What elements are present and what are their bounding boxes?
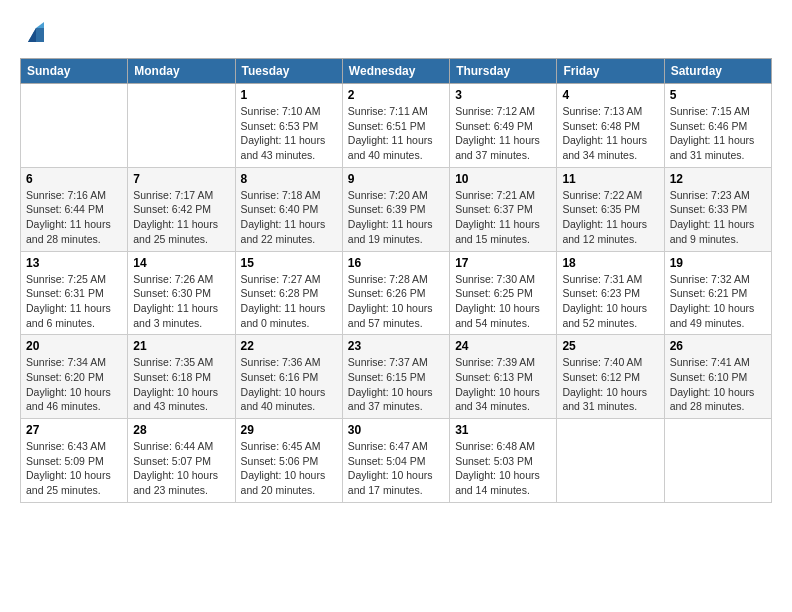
- calendar-week-row: 20Sunrise: 7:34 AM Sunset: 6:20 PM Dayli…: [21, 335, 772, 419]
- calendar-cell: 9Sunrise: 7:20 AM Sunset: 6:39 PM Daylig…: [342, 167, 449, 251]
- calendar-cell: 20Sunrise: 7:34 AM Sunset: 6:20 PM Dayli…: [21, 335, 128, 419]
- day-info: Sunrise: 6:47 AM Sunset: 5:04 PM Dayligh…: [348, 439, 444, 498]
- weekday-header: Friday: [557, 59, 664, 84]
- calendar-cell: 3Sunrise: 7:12 AM Sunset: 6:49 PM Daylig…: [450, 84, 557, 168]
- calendar-cell: 18Sunrise: 7:31 AM Sunset: 6:23 PM Dayli…: [557, 251, 664, 335]
- calendar-cell: 24Sunrise: 7:39 AM Sunset: 6:13 PM Dayli…: [450, 335, 557, 419]
- day-info: Sunrise: 7:17 AM Sunset: 6:42 PM Dayligh…: [133, 188, 229, 247]
- weekday-header: Saturday: [664, 59, 771, 84]
- day-number: 5: [670, 88, 766, 102]
- calendar-cell: 23Sunrise: 7:37 AM Sunset: 6:15 PM Dayli…: [342, 335, 449, 419]
- calendar-cell: 31Sunrise: 6:48 AM Sunset: 5:03 PM Dayli…: [450, 419, 557, 503]
- day-info: Sunrise: 7:32 AM Sunset: 6:21 PM Dayligh…: [670, 272, 766, 331]
- day-number: 29: [241, 423, 337, 437]
- calendar-cell: 8Sunrise: 7:18 AM Sunset: 6:40 PM Daylig…: [235, 167, 342, 251]
- calendar-cell: 10Sunrise: 7:21 AM Sunset: 6:37 PM Dayli…: [450, 167, 557, 251]
- calendar-cell: 5Sunrise: 7:15 AM Sunset: 6:46 PM Daylig…: [664, 84, 771, 168]
- day-number: 28: [133, 423, 229, 437]
- calendar-cell: 16Sunrise: 7:28 AM Sunset: 6:26 PM Dayli…: [342, 251, 449, 335]
- day-number: 16: [348, 256, 444, 270]
- calendar-cell: 29Sunrise: 6:45 AM Sunset: 5:06 PM Dayli…: [235, 419, 342, 503]
- day-info: Sunrise: 7:40 AM Sunset: 6:12 PM Dayligh…: [562, 355, 658, 414]
- day-info: Sunrise: 7:25 AM Sunset: 6:31 PM Dayligh…: [26, 272, 122, 331]
- day-number: 15: [241, 256, 337, 270]
- day-info: Sunrise: 7:27 AM Sunset: 6:28 PM Dayligh…: [241, 272, 337, 331]
- day-info: Sunrise: 7:16 AM Sunset: 6:44 PM Dayligh…: [26, 188, 122, 247]
- calendar-cell: 17Sunrise: 7:30 AM Sunset: 6:25 PM Dayli…: [450, 251, 557, 335]
- calendar-week-row: 13Sunrise: 7:25 AM Sunset: 6:31 PM Dayli…: [21, 251, 772, 335]
- calendar-cell: 15Sunrise: 7:27 AM Sunset: 6:28 PM Dayli…: [235, 251, 342, 335]
- calendar-cell: 13Sunrise: 7:25 AM Sunset: 6:31 PM Dayli…: [21, 251, 128, 335]
- day-info: Sunrise: 7:22 AM Sunset: 6:35 PM Dayligh…: [562, 188, 658, 247]
- day-number: 27: [26, 423, 122, 437]
- calendar-cell: [21, 84, 128, 168]
- page-header: [20, 20, 772, 48]
- day-number: 17: [455, 256, 551, 270]
- calendar-week-row: 27Sunrise: 6:43 AM Sunset: 5:09 PM Dayli…: [21, 419, 772, 503]
- day-number: 7: [133, 172, 229, 186]
- day-info: Sunrise: 7:20 AM Sunset: 6:39 PM Dayligh…: [348, 188, 444, 247]
- calendar-cell: 1Sunrise: 7:10 AM Sunset: 6:53 PM Daylig…: [235, 84, 342, 168]
- day-number: 2: [348, 88, 444, 102]
- day-number: 10: [455, 172, 551, 186]
- day-number: 24: [455, 339, 551, 353]
- day-number: 26: [670, 339, 766, 353]
- calendar-cell: 14Sunrise: 7:26 AM Sunset: 6:30 PM Dayli…: [128, 251, 235, 335]
- logo-icon: [22, 20, 50, 48]
- day-number: 3: [455, 88, 551, 102]
- day-info: Sunrise: 6:45 AM Sunset: 5:06 PM Dayligh…: [241, 439, 337, 498]
- day-info: Sunrise: 7:39 AM Sunset: 6:13 PM Dayligh…: [455, 355, 551, 414]
- day-number: 8: [241, 172, 337, 186]
- day-info: Sunrise: 7:35 AM Sunset: 6:18 PM Dayligh…: [133, 355, 229, 414]
- day-info: Sunrise: 7:37 AM Sunset: 6:15 PM Dayligh…: [348, 355, 444, 414]
- day-number: 1: [241, 88, 337, 102]
- day-number: 19: [670, 256, 766, 270]
- calendar-cell: 7Sunrise: 7:17 AM Sunset: 6:42 PM Daylig…: [128, 167, 235, 251]
- day-number: 25: [562, 339, 658, 353]
- day-info: Sunrise: 7:21 AM Sunset: 6:37 PM Dayligh…: [455, 188, 551, 247]
- weekday-header: Thursday: [450, 59, 557, 84]
- weekday-header: Sunday: [21, 59, 128, 84]
- calendar-cell: [664, 419, 771, 503]
- calendar-cell: 19Sunrise: 7:32 AM Sunset: 6:21 PM Dayli…: [664, 251, 771, 335]
- logo: [20, 20, 50, 48]
- calendar-cell: [557, 419, 664, 503]
- day-number: 4: [562, 88, 658, 102]
- day-info: Sunrise: 6:48 AM Sunset: 5:03 PM Dayligh…: [455, 439, 551, 498]
- day-info: Sunrise: 7:28 AM Sunset: 6:26 PM Dayligh…: [348, 272, 444, 331]
- day-number: 13: [26, 256, 122, 270]
- day-info: Sunrise: 7:36 AM Sunset: 6:16 PM Dayligh…: [241, 355, 337, 414]
- day-number: 30: [348, 423, 444, 437]
- calendar-cell: 6Sunrise: 7:16 AM Sunset: 6:44 PM Daylig…: [21, 167, 128, 251]
- day-info: Sunrise: 7:15 AM Sunset: 6:46 PM Dayligh…: [670, 104, 766, 163]
- day-info: Sunrise: 7:18 AM Sunset: 6:40 PM Dayligh…: [241, 188, 337, 247]
- day-number: 23: [348, 339, 444, 353]
- calendar-week-row: 6Sunrise: 7:16 AM Sunset: 6:44 PM Daylig…: [21, 167, 772, 251]
- day-number: 20: [26, 339, 122, 353]
- day-info: Sunrise: 7:41 AM Sunset: 6:10 PM Dayligh…: [670, 355, 766, 414]
- day-number: 6: [26, 172, 122, 186]
- day-number: 31: [455, 423, 551, 437]
- day-number: 21: [133, 339, 229, 353]
- day-info: Sunrise: 7:30 AM Sunset: 6:25 PM Dayligh…: [455, 272, 551, 331]
- calendar-cell: 21Sunrise: 7:35 AM Sunset: 6:18 PM Dayli…: [128, 335, 235, 419]
- calendar-cell: 30Sunrise: 6:47 AM Sunset: 5:04 PM Dayli…: [342, 419, 449, 503]
- day-info: Sunrise: 7:10 AM Sunset: 6:53 PM Dayligh…: [241, 104, 337, 163]
- day-number: 9: [348, 172, 444, 186]
- calendar-table: SundayMondayTuesdayWednesdayThursdayFrid…: [20, 58, 772, 503]
- day-info: Sunrise: 6:43 AM Sunset: 5:09 PM Dayligh…: [26, 439, 122, 498]
- calendar-cell: 28Sunrise: 6:44 AM Sunset: 5:07 PM Dayli…: [128, 419, 235, 503]
- day-info: Sunrise: 7:12 AM Sunset: 6:49 PM Dayligh…: [455, 104, 551, 163]
- weekday-header-row: SundayMondayTuesdayWednesdayThursdayFrid…: [21, 59, 772, 84]
- weekday-header: Wednesday: [342, 59, 449, 84]
- calendar-week-row: 1Sunrise: 7:10 AM Sunset: 6:53 PM Daylig…: [21, 84, 772, 168]
- calendar-cell: [128, 84, 235, 168]
- day-info: Sunrise: 7:23 AM Sunset: 6:33 PM Dayligh…: [670, 188, 766, 247]
- svg-marker-1: [36, 22, 44, 28]
- calendar-cell: 12Sunrise: 7:23 AM Sunset: 6:33 PM Dayli…: [664, 167, 771, 251]
- calendar-cell: 22Sunrise: 7:36 AM Sunset: 6:16 PM Dayli…: [235, 335, 342, 419]
- day-info: Sunrise: 6:44 AM Sunset: 5:07 PM Dayligh…: [133, 439, 229, 498]
- day-info: Sunrise: 7:13 AM Sunset: 6:48 PM Dayligh…: [562, 104, 658, 163]
- svg-marker-2: [28, 28, 36, 42]
- calendar-cell: 27Sunrise: 6:43 AM Sunset: 5:09 PM Dayli…: [21, 419, 128, 503]
